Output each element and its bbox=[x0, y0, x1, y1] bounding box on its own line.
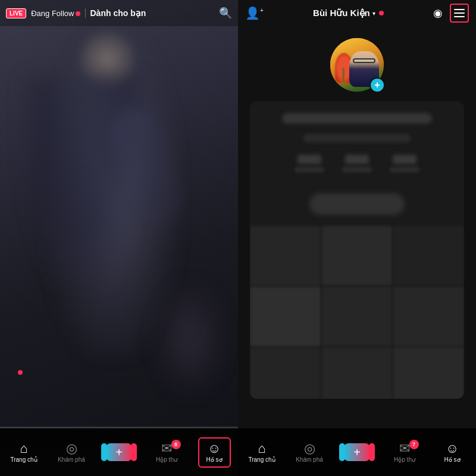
likes-label-blur bbox=[390, 167, 419, 173]
left-bottom-nav: ⌂ Trang chủ ◎ Khám phá + ✉ Hộp thư 8 ☺ H… bbox=[0, 428, 238, 476]
avatar-add-button[interactable]: + bbox=[369, 77, 385, 93]
live-badge: LIVE bbox=[6, 8, 26, 18]
chevron-down-icon: ▾ bbox=[372, 10, 375, 17]
right-nav-profile[interactable]: ☺ Hồ sơ bbox=[436, 439, 469, 466]
profile-icon: ☺ bbox=[208, 442, 221, 455]
left-header: LIVE Đang Follow Dành cho bạn 🔍 bbox=[0, 0, 238, 26]
explore-label-right: Khám phá bbox=[296, 456, 323, 463]
right-nav-add[interactable]: + bbox=[341, 440, 374, 465]
search-icon[interactable]: 🔍 bbox=[219, 7, 232, 20]
home-label: Trang chủ bbox=[10, 456, 37, 463]
inbox-label: Hộp thư bbox=[156, 456, 177, 463]
right-nav-explore[interactable]: ◎ Khám phá bbox=[293, 439, 326, 466]
likes-num-blur bbox=[393, 155, 416, 164]
menu-line-1 bbox=[454, 9, 465, 10]
video-thumb-5 bbox=[322, 287, 393, 346]
video-thumb-3 bbox=[393, 226, 464, 286]
add-button[interactable]: + bbox=[106, 443, 132, 461]
right-header-center: Bùi Hữu Kiện ▾ bbox=[313, 8, 384, 18]
handle-blur bbox=[303, 134, 411, 142]
left-nav-inbox[interactable]: ✉ Hộp thư 8 bbox=[151, 439, 183, 466]
separator bbox=[85, 8, 86, 18]
profile-icon-right: ☺ bbox=[446, 442, 459, 455]
figure-body bbox=[24, 77, 143, 286]
menu-line-2 bbox=[454, 12, 465, 14]
eye-icon[interactable]: ◉ bbox=[433, 7, 443, 20]
inbox-badge: 8 bbox=[171, 440, 181, 449]
add-icon-right: + bbox=[353, 446, 361, 459]
avatar-wrapper: + bbox=[330, 38, 384, 92]
inbox-icon-right: ✉ bbox=[399, 442, 410, 455]
following-label-blur bbox=[295, 167, 324, 173]
right-nav-home[interactable]: ⌂ Trang chủ bbox=[246, 439, 278, 466]
video-thumb-9 bbox=[393, 347, 464, 399]
follow-button-blur bbox=[309, 193, 405, 215]
add-button-right[interactable]: + bbox=[344, 443, 370, 461]
followers-num-blur bbox=[345, 155, 369, 164]
following-stat bbox=[295, 155, 324, 173]
profile-blur-section bbox=[250, 101, 464, 399]
profile-content: + bbox=[238, 26, 476, 428]
bg-person2 bbox=[155, 280, 226, 399]
profile-label-right: Hồ sơ bbox=[444, 456, 461, 463]
followers-label-blur bbox=[342, 167, 372, 173]
following-num-blur bbox=[298, 155, 321, 164]
avatar-trunk bbox=[342, 68, 345, 83]
video-thumb-4 bbox=[250, 287, 321, 346]
stats-row bbox=[295, 155, 419, 173]
left-nav-explore[interactable]: ◎ Khám phá bbox=[55, 439, 88, 466]
online-dot bbox=[379, 11, 384, 15]
right-header-left: 👤+ bbox=[245, 6, 264, 20]
video-thumb-1 bbox=[250, 226, 321, 286]
left-nav-profile[interactable]: ☺ Hồ sơ bbox=[198, 437, 231, 468]
explore-icon-right: ◎ bbox=[304, 442, 315, 455]
hamburger-icon bbox=[454, 9, 465, 17]
avatar-glasses bbox=[353, 58, 375, 63]
left-panel: LIVE Đang Follow Dành cho bạn 🔍 ⌂ Trang … bbox=[0, 0, 238, 476]
right-nav-inbox[interactable]: ✉ Hộp thư 7 bbox=[389, 439, 421, 466]
dang-follow-dot bbox=[76, 11, 80, 16]
danh-cho-ban-label: Dành cho bạn bbox=[90, 8, 146, 18]
right-bottom-nav: ⌂ Trang chủ ◎ Khám phá + ✉ Hộp thư 7 ☺ H… bbox=[238, 428, 476, 476]
video-grid bbox=[250, 226, 464, 399]
followers-stat bbox=[342, 155, 372, 173]
header-content: LIVE Đang Follow Dành cho bạn 🔍 bbox=[6, 7, 232, 20]
left-video-content bbox=[0, 0, 238, 446]
video-thumb-6 bbox=[393, 287, 464, 346]
inbox-icon: ✉ bbox=[161, 442, 172, 455]
dang-follow-text: Đang Follow bbox=[31, 9, 80, 18]
menu-line-3 bbox=[454, 16, 465, 17]
right-panel: 👤+ Bùi Hữu Kiện ▾ ◉ bbox=[238, 0, 476, 476]
add-user-icon[interactable]: 👤+ bbox=[245, 6, 264, 20]
right-header-right: ◉ bbox=[433, 4, 469, 23]
likes-stat bbox=[390, 155, 419, 173]
username-label: Bùi Hữu Kiện bbox=[313, 8, 370, 18]
video-thumb-2 bbox=[322, 226, 393, 286]
menu-button[interactable] bbox=[450, 4, 469, 23]
explore-icon: ◎ bbox=[66, 442, 77, 455]
left-nav-home[interactable]: ⌂ Trang chủ bbox=[8, 439, 40, 466]
dang-follow-label: Đang Follow bbox=[31, 9, 74, 18]
inbox-badge-right: 7 bbox=[409, 440, 419, 449]
username-blur bbox=[282, 113, 432, 124]
video-thumb-7 bbox=[250, 347, 321, 399]
right-header: 👤+ Bùi Hữu Kiện ▾ ◉ bbox=[238, 0, 476, 26]
home-label-right: Trang chủ bbox=[248, 456, 275, 463]
profile-label: Hồ sơ bbox=[206, 456, 223, 463]
home-icon: ⌂ bbox=[20, 442, 27, 455]
red-dot-left bbox=[18, 370, 23, 375]
video-thumb-8 bbox=[322, 347, 393, 399]
add-icon: + bbox=[115, 446, 123, 459]
inbox-label-right: Hộp thư bbox=[394, 456, 415, 463]
explore-label: Khám phá bbox=[58, 456, 85, 463]
left-nav-add[interactable]: + bbox=[103, 440, 136, 465]
home-icon-right: ⌂ bbox=[258, 442, 265, 455]
